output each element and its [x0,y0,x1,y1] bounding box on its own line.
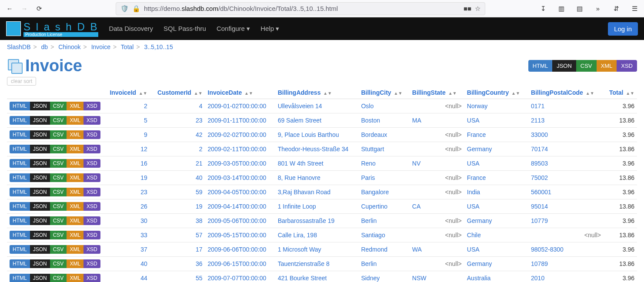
cell-billingcity[interactable]: Redmond [358,242,409,257]
row-fmt-csv[interactable]: CSV [50,202,67,211]
cell-billingcountry[interactable]: France [464,171,528,185]
cell-billingcity[interactable]: Stuttgart [358,142,409,156]
row-fmt-html[interactable]: HTML [10,102,30,110]
col-invoicedate[interactable]: InvoiceDate ▲▼ [205,86,275,99]
row-fmt-xml[interactable]: XML [67,173,83,182]
row-fmt-xsd[interactable]: XSD [83,188,100,196]
row-fmt-json[interactable]: JSON [30,245,50,254]
cell-invoicedate[interactable]: 2009-02-11T00:00:00 [205,142,275,156]
account-icon[interactable]: ▤ [574,3,586,15]
cell-billingcity[interactable]: Reno [358,156,409,171]
cell-customerid[interactable]: 40 [150,171,205,185]
url-bar[interactable]: 🛡️ 🔒 https://demo.slashdb.com/db/Chinook… [116,2,485,15]
format-xsd[interactable]: XSD [617,60,637,72]
cell-invoicedate[interactable]: 2009-06-06T00:00:00 [205,242,275,257]
format-xml[interactable]: XML [597,60,617,72]
row-fmt-html[interactable]: HTML [10,130,30,139]
cell-invoiceid[interactable]: 12 [103,142,150,156]
row-fmt-xsd[interactable]: XSD [83,130,100,139]
row-fmt-json[interactable]: JSON [30,145,50,153]
row-fmt-xml[interactable]: XML [67,116,83,125]
row-fmt-html[interactable]: HTML [10,274,30,282]
row-fmt-html[interactable]: HTML [10,145,30,153]
cell-billingpostalcode[interactable]: 2113 [528,113,604,128]
row-fmt-xsd[interactable]: XSD [83,259,100,268]
cell-invoicedate[interactable]: 2009-01-11T00:00:00 [205,113,275,128]
cell-billingaddress[interactable]: 1 Microsoft Way [275,242,359,257]
row-fmt-json[interactable]: JSON [30,130,50,139]
star-icon[interactable]: ☆ [475,5,480,13]
row-fmt-xsd[interactable]: XSD [83,173,100,182]
cell-billingpostalcode[interactable]: 89503 [528,156,604,171]
cell-billingcountry[interactable]: Germany [464,257,528,271]
row-fmt-json[interactable]: JSON [30,259,50,268]
cell-invoiceid[interactable]: 40 [103,257,150,271]
cell-invoiceid[interactable]: 9 [103,128,150,142]
row-fmt-xsd[interactable]: XSD [83,145,100,153]
row-fmt-csv[interactable]: CSV [50,245,67,254]
cell-billingcity[interactable]: Boston [358,113,409,128]
login-button[interactable]: Log in [608,22,638,36]
cell-billingcity[interactable]: Berlin [358,257,409,271]
row-fmt-xsd[interactable]: XSD [83,274,100,282]
cell-billingcity[interactable]: Berlin [358,214,409,228]
cell-billingaddress[interactable]: 421 Bourke Street [275,271,359,282]
row-fmt-xml[interactable]: XML [67,188,83,196]
nav-sql-passthru[interactable]: SQL Pass-thru [164,25,206,33]
row-fmt-csv[interactable]: CSV [50,130,67,139]
row-fmt-json[interactable]: JSON [30,231,50,239]
download-icon[interactable]: ↧ [537,3,549,15]
cell-invoicedate[interactable]: 2009-01-02T00:00:00 [205,99,275,113]
row-fmt-csv[interactable]: CSV [50,188,67,196]
cell-invoicedate[interactable]: 2009-04-05T00:00:00 [205,185,275,199]
cell-billingcountry[interactable]: France [464,128,528,142]
cell-billingpostalcode[interactable]: 0171 [528,99,604,113]
cell-billingpostalcode[interactable]: 98052-8300 [528,242,604,257]
cell-billingpostalcode[interactable]: 75002 [528,171,604,185]
cell-customerid[interactable]: 23 [150,113,205,128]
row-fmt-html[interactable]: HTML [10,231,30,239]
cell-billingpostalcode[interactable]: 2010 [528,271,604,282]
col-billingpostalcode[interactable]: BillingPostalCode ▲▼ [528,86,604,99]
cell-invoicedate[interactable]: 2009-07-07T00:00:00 [205,271,275,282]
row-fmt-html[interactable]: HTML [10,259,30,268]
cell-billingpostalcode[interactable]: 10789 [528,257,604,271]
row-fmt-json[interactable]: JSON [30,188,50,196]
cell-billingaddress[interactable]: 69 Salem Street [275,113,359,128]
row-fmt-xml[interactable]: XML [67,145,83,153]
row-fmt-csv[interactable]: CSV [50,259,67,268]
row-fmt-json[interactable]: JSON [30,159,50,168]
cell-billingcountry[interactable]: USA [464,113,528,128]
row-fmt-csv[interactable]: CSV [50,159,67,168]
cell-customerid[interactable]: 59 [150,185,205,199]
cell-invoiceid[interactable]: 33 [103,228,150,242]
cell-billingcity[interactable]: Sidney [358,271,409,282]
row-fmt-xml[interactable]: XML [67,245,83,254]
breadcrumb-item[interactable]: Invoice [91,43,110,50]
row-fmt-xsd[interactable]: XSD [83,216,100,225]
cell-invoicedate[interactable]: 2009-05-15T00:00:00 [205,228,275,242]
cell-billingpostalcode[interactable]: 560001 [528,185,604,199]
cell-billingstate[interactable]: MA [410,113,464,128]
cell-customerid[interactable]: 19 [150,199,205,214]
cell-invoiceid[interactable]: 37 [103,242,150,257]
cell-billingcountry[interactable]: Australia [464,271,528,282]
cell-billingcountry[interactable]: USA [464,199,528,214]
cell-billingcountry[interactable]: India [464,185,528,199]
row-fmt-xsd[interactable]: XSD [83,102,100,110]
extensions-icon[interactable]: ⇵ [610,3,622,15]
cell-billingcity[interactable]: Bangalore [358,185,409,199]
menu-icon[interactable]: ☰ [628,3,641,15]
cell-invoiceid[interactable]: 44 [103,271,150,282]
cell-customerid[interactable]: 42 [150,128,205,142]
row-fmt-xml[interactable]: XML [67,130,83,139]
row-fmt-html[interactable]: HTML [10,116,30,125]
cell-billingaddress[interactable]: 1 Infinite Loop [275,199,359,214]
cell-billingcountry[interactable]: USA [464,156,528,171]
reader-icon[interactable]: ▥ [555,3,567,15]
cell-billingpostalcode[interactable]: 33000 [528,128,604,142]
cell-invoiceid[interactable]: 30 [103,214,150,228]
row-fmt-json[interactable]: JSON [30,173,50,182]
cell-customerid[interactable]: 2 [150,142,205,156]
cell-billingpostalcode[interactable]: 10779 [528,214,604,228]
